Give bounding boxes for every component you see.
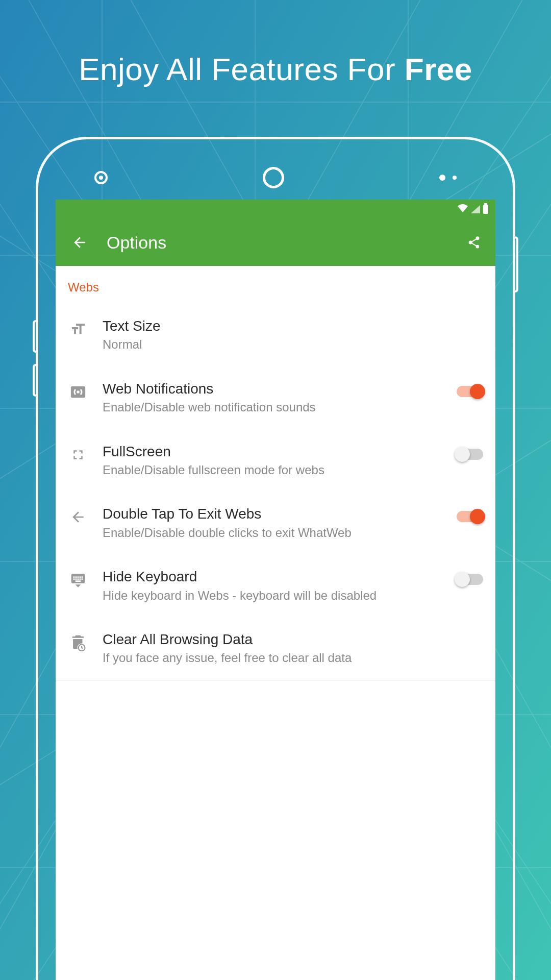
wifi-icon [458, 204, 468, 214]
hero-bold: Free [405, 52, 472, 87]
row-title: Double Tap To Exit Webs [103, 505, 442, 523]
sensor-dot-icon [439, 175, 445, 181]
phone-sensors [38, 167, 513, 188]
hero-headline: Enjoy All Features For Free [0, 0, 551, 87]
toggle-fullscreen[interactable] [457, 449, 483, 460]
phone-side-button-left-2 [33, 364, 38, 397]
row-title: Web Notifications [103, 380, 442, 398]
phone-side-button-right [513, 236, 518, 292]
speaker-icon [263, 167, 284, 188]
toggle-double-tap[interactable] [457, 511, 483, 522]
row-text-size[interactable]: Text Size Normal [56, 304, 495, 366]
text-size-icon [68, 319, 88, 339]
section-label-webs: Webs [56, 266, 495, 304]
settings-list: Webs Text Size Normal Web Notifications [56, 266, 495, 680]
row-subtitle: Hide keyboard in Webs - keyboard will be… [103, 587, 442, 604]
row-subtitle: Enable/Disable double clicks to exit Wha… [103, 525, 442, 541]
phone-screen: Options Webs Text Size Normal [56, 200, 495, 980]
phone-outline: Options Webs Text Size Normal [36, 137, 515, 980]
arrow-left-icon [68, 507, 88, 527]
row-fullscreen[interactable]: FullScreen Enable/Disable fullscreen mod… [56, 429, 495, 492]
phone-side-button-left-1 [33, 320, 38, 353]
arrow-left-icon [71, 234, 88, 251]
share-button[interactable] [464, 235, 484, 250]
back-button[interactable] [67, 234, 92, 251]
row-title: Text Size [103, 317, 483, 335]
keyboard-hide-icon [68, 570, 88, 590]
row-subtitle: If you face any issue, feel free to clea… [103, 650, 483, 666]
auto-delete-icon [68, 632, 88, 653]
row-subtitle: Enable/Disable fullscreen mode for webs [103, 462, 442, 478]
row-subtitle: Normal [103, 336, 483, 353]
hero-prefix: Enjoy All Features For [79, 52, 405, 87]
row-clear-browsing-data[interactable]: Clear All Browsing Data If you face any … [56, 617, 495, 680]
toggle-web-notifications[interactable] [457, 386, 483, 397]
row-hide-keyboard[interactable]: Hide Keyboard Hide keyboard in Webs - ke… [56, 554, 495, 617]
status-bar [56, 200, 495, 219]
row-double-tap-exit[interactable]: Double Tap To Exit Webs Enable/Disable d… [56, 492, 495, 554]
fullscreen-icon [68, 445, 88, 465]
row-title: Hide Keyboard [103, 568, 442, 586]
share-icon [467, 235, 481, 250]
battery-icon [483, 205, 488, 214]
surround-sound-icon [68, 382, 88, 402]
list-divider [56, 680, 495, 680]
app-bar: Options [56, 219, 495, 266]
row-title: Clear All Browsing Data [103, 630, 483, 649]
sensor-group [439, 175, 457, 181]
row-web-notifications[interactable]: Web Notifications Enable/Disable web not… [56, 366, 495, 429]
toggle-hide-keyboard[interactable] [457, 574, 483, 585]
row-title: FullScreen [103, 443, 442, 461]
sensor-dot-small-icon [453, 176, 457, 180]
appbar-title: Options [107, 233, 464, 253]
camera-dot-icon [94, 171, 108, 184]
cell-signal-icon [471, 205, 480, 213]
row-subtitle: Enable/Disable web notification sounds [103, 399, 442, 415]
